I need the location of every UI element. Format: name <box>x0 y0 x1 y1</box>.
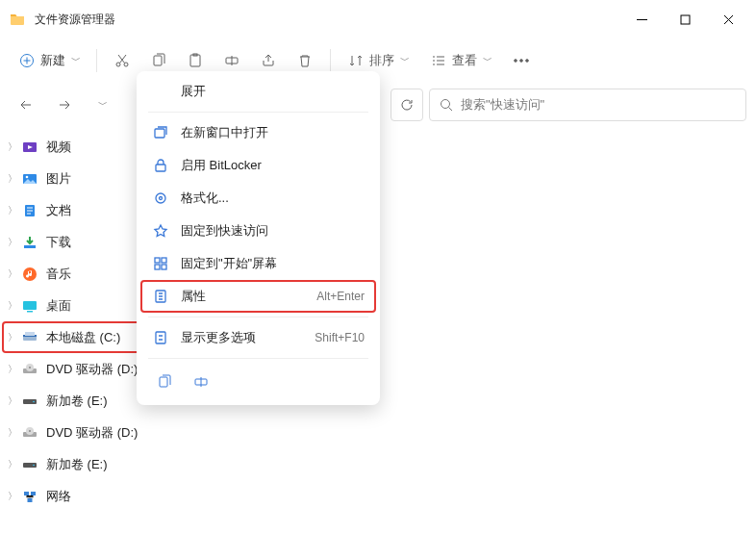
sidebar-item-label: 桌面 <box>46 297 71 315</box>
minimize-button[interactable] <box>620 5 664 34</box>
view-label: 查看 <box>452 52 477 69</box>
arrow-right-icon <box>58 98 71 112</box>
search-box[interactable]: 搜索"快速访问" <box>429 89 746 121</box>
arrow-left-icon <box>19 98 33 112</box>
close-button[interactable] <box>707 5 750 34</box>
sidebar-item-label: 图片 <box>46 170 71 188</box>
more-icon <box>514 59 529 63</box>
context-menu-item[interactable]: 显示更多选项Shift+F10 <box>140 321 376 354</box>
svg-rect-45 <box>162 265 166 269</box>
context-menu-bottom-row <box>140 363 376 401</box>
refresh-button[interactable] <box>391 89 423 121</box>
svg-rect-0 <box>681 15 690 24</box>
more-icon <box>152 329 169 346</box>
rename-button[interactable] <box>185 367 217 397</box>
sort-label: 排序 <box>369 52 394 69</box>
blank-icon <box>152 83 169 100</box>
network-icon <box>21 488 38 505</box>
open-new-icon <box>152 124 169 141</box>
format-icon <box>152 190 169 207</box>
context-menu-item[interactable]: 属性Alt+Enter <box>140 280 376 313</box>
dvd-icon <box>21 424 38 442</box>
bitlocker-icon <box>152 157 169 174</box>
drive-icon <box>21 329 38 346</box>
copy-icon <box>151 53 166 68</box>
svg-point-2 <box>116 63 120 66</box>
video-icon <box>21 139 38 156</box>
context-menu-item[interactable]: 固定到"开始"屏幕 <box>140 247 376 280</box>
context-menu-label: 启用 BitLocker <box>181 157 365 174</box>
chevron-right-icon: 〉 <box>6 299 19 313</box>
svg-rect-26 <box>23 399 37 404</box>
view-button[interactable]: 查看 ﹀ <box>421 44 502 77</box>
sidebar-item[interactable]: 〉网络 <box>2 480 162 512</box>
svg-rect-19 <box>27 311 33 313</box>
back-button[interactable] <box>10 89 42 121</box>
svg-point-40 <box>156 193 165 203</box>
view-icon <box>431 53 446 68</box>
pin-qa-icon <box>152 222 169 240</box>
search-icon <box>440 98 453 112</box>
context-menu-label: 展开 <box>181 83 365 100</box>
chevron-right-icon: 〉 <box>6 426 19 440</box>
svg-rect-48 <box>160 377 167 387</box>
svg-point-32 <box>33 464 35 466</box>
trash-icon <box>297 53 313 68</box>
svg-point-41 <box>160 197 163 200</box>
sidebar-item-label: 本地磁盘 (C:) <box>46 329 120 346</box>
pin-start-icon <box>152 255 169 272</box>
svg-rect-5 <box>190 55 200 66</box>
paste-icon <box>188 53 203 68</box>
cut-button[interactable] <box>105 44 139 77</box>
svg-rect-16 <box>24 245 36 248</box>
dvd-icon <box>21 361 38 378</box>
context-menu-item[interactable]: 启用 BitLocker <box>140 149 376 182</box>
sidebar-item-label: 网络 <box>46 488 71 505</box>
folder-icon <box>10 12 25 27</box>
context-menu-accel: Alt+Enter <box>316 290 365 303</box>
svg-point-8 <box>515 60 517 63</box>
cut-icon <box>114 53 130 68</box>
documents-icon <box>21 202 38 219</box>
recent-button[interactable]: ﹀ <box>87 89 119 121</box>
context-menu-item[interactable]: 固定到快速访问 <box>140 215 376 247</box>
svg-rect-47 <box>156 332 165 343</box>
context-menu-label: 固定到快速访问 <box>181 222 365 240</box>
context-menu-item[interactable]: 格式化... <box>140 182 376 215</box>
chevron-down-icon: ﹀ <box>483 54 492 67</box>
separator <box>330 49 331 72</box>
svg-rect-39 <box>156 165 165 171</box>
pictures-icon <box>21 170 38 188</box>
sidebar-item[interactable]: 〉新加卷 (E:) <box>2 448 162 480</box>
chevron-right-icon: 〉 <box>6 236 19 249</box>
copy-button[interactable] <box>148 367 181 397</box>
svg-point-9 <box>520 60 523 63</box>
context-menu-item[interactable]: 在新窗口中打开 <box>140 116 376 149</box>
svg-rect-18 <box>23 301 37 310</box>
context-menu-label: 属性 <box>181 288 305 305</box>
search-placeholder: 搜索"快速访问" <box>461 96 544 114</box>
new-button[interactable]: 新建 ﹀ <box>12 44 88 77</box>
sidebar-item[interactable]: 〉DVD 驱动器 (D:) <box>2 417 162 448</box>
plus-circle-icon <box>19 53 35 68</box>
chevron-right-icon: 〉 <box>6 172 19 186</box>
maximize-button[interactable] <box>664 5 707 34</box>
rename-icon <box>224 53 239 68</box>
share-icon <box>261 53 276 68</box>
svg-point-27 <box>33 400 35 402</box>
svg-point-11 <box>441 100 450 109</box>
sidebar-item-label: 新加卷 (E:) <box>46 456 108 473</box>
context-menu-item[interactable]: 展开 <box>140 75 376 108</box>
svg-rect-42 <box>155 258 160 263</box>
more-button[interactable] <box>504 44 539 77</box>
context-menu: 展开在新窗口中打开启用 BitLocker格式化...固定到快速访问固定到"开始… <box>137 71 380 405</box>
forward-button[interactable] <box>48 89 81 121</box>
refresh-icon <box>400 98 414 112</box>
svg-rect-43 <box>162 258 166 263</box>
svg-rect-31 <box>23 463 37 468</box>
music-icon <box>21 266 38 283</box>
titlebar: 文件资源管理器 <box>0 0 756 38</box>
chevron-right-icon: 〉 <box>6 490 19 503</box>
svg-point-25 <box>29 367 31 368</box>
chevron-down-icon: ﹀ <box>98 98 108 112</box>
